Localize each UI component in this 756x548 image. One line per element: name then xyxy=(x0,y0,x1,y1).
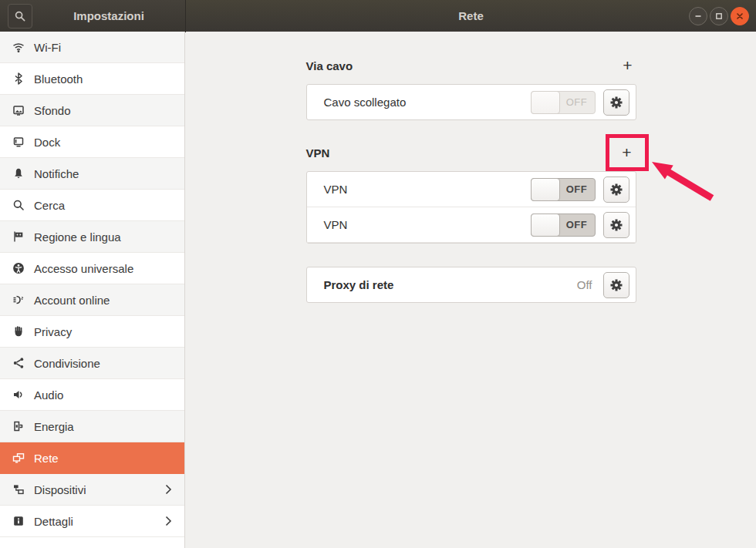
dock-icon xyxy=(12,136,25,148)
window-controls xyxy=(689,0,749,32)
chevron-right-icon xyxy=(165,484,172,495)
proxy-row: Proxy di rete Off xyxy=(307,267,636,302)
search-button[interactable] xyxy=(8,4,32,29)
page-title: Rete xyxy=(458,9,484,22)
gear-icon xyxy=(609,278,623,292)
sidebar-item-label: Dettagli xyxy=(34,515,73,528)
accessibility-icon xyxy=(12,262,25,274)
sidebar-item-label: Sfondo xyxy=(34,104,71,117)
annotation-highlight-rect: + xyxy=(606,134,649,171)
close-button[interactable] xyxy=(731,7,749,25)
sidebar-item-account-online[interactable]: Account online xyxy=(0,284,184,316)
proxy-section: Proxy di rete Off xyxy=(306,267,636,303)
sidebar-item-audio[interactable]: Audio xyxy=(0,379,184,411)
sidebar-item-dispositivi[interactable]: Dispositivi xyxy=(0,474,184,506)
sidebar-item-label: Privacy xyxy=(34,325,72,338)
network-content: Via cavo + Cavo scollegato OFF xyxy=(306,32,636,303)
vpn-card: VPN OFF xyxy=(306,171,636,244)
sidebar-item-cerca[interactable]: Cerca xyxy=(0,190,184,221)
wired-settings-button[interactable] xyxy=(603,89,629,116)
vpn-settings-button[interactable] xyxy=(603,177,629,203)
speaker-icon xyxy=(12,388,25,401)
gear-icon xyxy=(609,183,623,197)
sidebar-item-privacy[interactable]: Privacy xyxy=(0,316,184,348)
vpn-section: VPN + VPN OFF xyxy=(306,143,636,244)
sidebar-item-wifi[interactable]: Wi-Fi xyxy=(0,32,184,63)
sidebar-item-label: Notifiche xyxy=(34,167,79,180)
sidebar-item-rete[interactable]: Rete xyxy=(0,442,184,474)
chevron-right-icon xyxy=(165,516,172,526)
language-flag-icon xyxy=(12,230,25,243)
wifi-icon xyxy=(12,41,25,53)
proxy-card: Proxy di rete Off xyxy=(306,267,636,303)
section-title: VPN xyxy=(306,146,330,160)
maximize-button[interactable] xyxy=(710,7,728,25)
sidebar-item-condivisione[interactable]: Condivisione xyxy=(0,348,184,379)
toggle-state-label: OFF xyxy=(559,214,595,236)
toggle-handle xyxy=(531,91,560,114)
wired-add-button[interactable]: + xyxy=(616,54,640,77)
titlebar: Impostazioni Rete xyxy=(0,0,756,32)
background-icon xyxy=(12,104,25,116)
proxy-row-label: Proxy di rete xyxy=(324,278,569,291)
gear-icon xyxy=(609,218,623,232)
sidebar-item-label: Wi-Fi xyxy=(34,41,61,54)
sidebar-item-label: Cerca xyxy=(34,199,65,212)
redacted-vpn-name xyxy=(345,216,432,231)
vpn-toggle[interactable]: OFF xyxy=(531,213,596,237)
wired-toggle[interactable]: OFF xyxy=(531,91,596,114)
sidebar-item-notifiche[interactable]: Notifiche xyxy=(0,158,184,190)
sidebar-item-label: Regione e lingua xyxy=(34,230,121,244)
gear-icon xyxy=(609,96,623,109)
search-icon xyxy=(14,10,26,22)
details-info-icon xyxy=(12,515,25,527)
minimize-icon xyxy=(694,12,702,20)
vpn-toggle[interactable]: OFF xyxy=(531,178,596,201)
maximize-icon xyxy=(715,12,723,20)
sidebar-item-label: Account online xyxy=(34,294,110,307)
share-icon xyxy=(12,357,25,369)
redacted-vpn-name xyxy=(345,175,415,207)
wired-card: Cavo scollegato OFF xyxy=(306,84,636,120)
hand-privacy-icon xyxy=(12,325,25,338)
proxy-status: Off xyxy=(577,278,592,291)
sidebar-item-energia[interactable]: Energia xyxy=(0,411,184,442)
sidebar-item-label: Condivisione xyxy=(34,357,100,370)
wired-section-header: Via cavo + xyxy=(306,56,636,75)
titlebar-main-section: Rete xyxy=(186,0,756,32)
devices-icon xyxy=(12,483,25,496)
network-icon xyxy=(12,452,25,464)
sidebar-item-regione-e-lingua[interactable]: Regione e lingua xyxy=(0,221,184,253)
vpn-add-button[interactable]: + xyxy=(616,141,639,164)
sidebar-item-label: Dock xyxy=(34,136,60,149)
wired-row: Cavo scollegato OFF xyxy=(307,85,636,119)
toggle-handle xyxy=(531,213,560,237)
sidebar-item-sfondo[interactable]: Sfondo xyxy=(0,95,184,126)
network-panel: Via cavo + Cavo scollegato OFF xyxy=(186,32,756,548)
sidebar-item-label: Bluetooth xyxy=(34,72,83,86)
toggle-handle xyxy=(531,178,560,201)
sidebar-item-label: Dispositivi xyxy=(34,483,86,496)
sidebar-item-bluetooth[interactable]: Bluetooth xyxy=(0,63,184,95)
close-icon xyxy=(736,12,744,20)
wired-row-label: Cavo scollegato xyxy=(324,96,523,109)
sidebar-item-label: Rete xyxy=(34,452,59,465)
bluetooth-icon xyxy=(12,72,25,85)
search-icon xyxy=(12,199,25,211)
bell-icon xyxy=(12,167,25,180)
sidebar-item-dettagli[interactable]: Dettagli xyxy=(0,506,184,537)
settings-window: Impostazioni Rete xyxy=(0,0,756,548)
minimize-button[interactable] xyxy=(689,7,707,25)
sidebar-item-label: Accesso universale xyxy=(34,262,133,275)
toggle-state-label: OFF xyxy=(559,179,595,200)
wired-section: Via cavo + Cavo scollegato OFF xyxy=(306,56,636,120)
sidebar-item-label: Audio xyxy=(34,388,63,402)
vpn-section-header: VPN + xyxy=(306,143,636,162)
section-title: Via cavo xyxy=(306,59,353,72)
power-icon xyxy=(12,420,25,432)
proxy-settings-button[interactable] xyxy=(603,272,629,298)
sidebar-item-dock[interactable]: Dock xyxy=(0,126,184,158)
vpn-settings-button[interactable] xyxy=(603,212,629,238)
titlebar-sidebar-section: Impostazioni xyxy=(0,0,186,32)
sidebar-item-accesso-universale[interactable]: Accesso universale xyxy=(0,253,184,284)
